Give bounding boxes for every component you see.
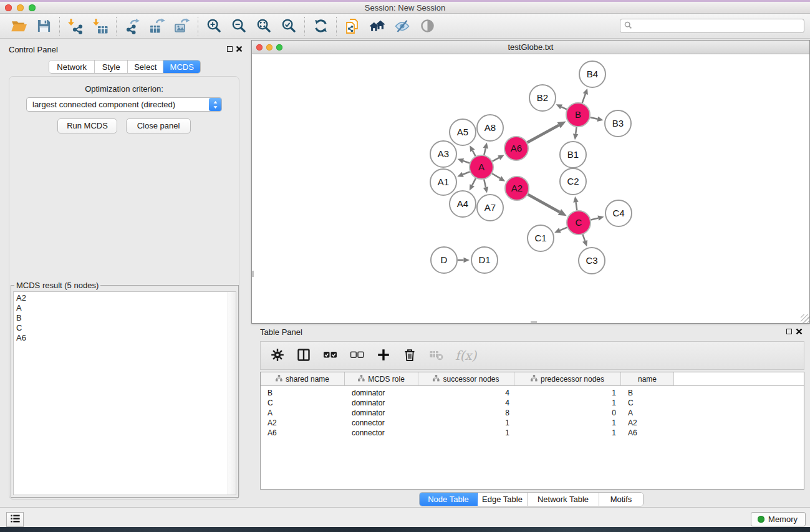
- edge-A-A3[interactable]: [463, 161, 470, 163]
- task-history-button[interactable]: [6, 512, 24, 527]
- table-cell[interactable]: dominator: [345, 398, 418, 408]
- mcds-result-item[interactable]: A2: [16, 293, 236, 303]
- settings-gear-button[interactable]: [270, 346, 285, 365]
- table-cell[interactable]: A6: [621, 428, 674, 438]
- table-row[interactable]: Cdominator41C: [261, 398, 804, 408]
- zoom-selected-button[interactable]: [276, 16, 301, 37]
- edge-A-A4[interactable]: [472, 178, 476, 185]
- import-table-button[interactable]: [88, 16, 113, 37]
- window-title-bar[interactable]: Session: New Session: [0, 2, 810, 14]
- table-cell[interactable]: 0: [514, 408, 621, 418]
- zoom-fit-button[interactable]: [251, 16, 276, 37]
- export-network-button[interactable]: [120, 16, 145, 37]
- edge-A-A1[interactable]: [463, 172, 470, 174]
- mcds-result-item[interactable]: A: [16, 303, 236, 313]
- network-graph[interactable]: B4B2BB3A5A8A6A3AA1B1C2A2A4A7CC4C1C3DD1: [252, 54, 809, 323]
- float-panel-icon[interactable]: [786, 329, 792, 334]
- table-cell[interactable]: 1: [418, 418, 514, 428]
- column-header-predecessor-nodes[interactable]: predecessor nodes: [514, 372, 621, 386]
- edge-A-A2[interactable]: [492, 173, 500, 178]
- search-field[interactable]: [620, 19, 804, 33]
- tab-edge-table[interactable]: Edge Table: [478, 493, 528, 506]
- column-header-MCDS-role[interactable]: MCDS role: [345, 372, 418, 386]
- deselect-all-checks-button[interactable]: [349, 346, 365, 365]
- table-cell[interactable]: A: [621, 408, 674, 418]
- edge-A-A5[interactable]: [473, 151, 476, 157]
- tab-style[interactable]: Style: [95, 60, 128, 73]
- edge-A6-B[interactable]: [528, 125, 559, 143]
- edge-B-B3[interactable]: [591, 117, 598, 119]
- table-cell[interactable]: dominator: [345, 388, 418, 398]
- edge-C-C2[interactable]: [576, 202, 577, 210]
- edge-A-A7[interactable]: [484, 180, 486, 188]
- table-cell[interactable]: 4: [418, 398, 514, 408]
- open-file-button[interactable]: [6, 16, 31, 37]
- table-row[interactable]: Adominator80A: [261, 408, 804, 418]
- select-all-checks-button[interactable]: [322, 346, 338, 365]
- search-input[interactable]: [635, 20, 804, 32]
- float-panel-icon[interactable]: [227, 46, 233, 52]
- edge-C-C4[interactable]: [591, 218, 598, 220]
- edge-A-A6[interactable]: [493, 158, 499, 162]
- edge-B-B1[interactable]: [576, 127, 576, 134]
- delete-rows-button[interactable]: [402, 346, 417, 365]
- table-cell[interactable]: C: [261, 398, 345, 408]
- function-builder-button[interactable]: f(x): [455, 346, 476, 365]
- table-row[interactable]: A6connector11A6: [261, 428, 804, 438]
- show-all-button[interactable]: [415, 16, 440, 37]
- edge-C-C1[interactable]: [560, 228, 567, 231]
- tab-network[interactable]: Network: [49, 60, 95, 73]
- zoom-in-button[interactable]: [201, 16, 226, 37]
- first-neighbors-button[interactable]: [365, 16, 390, 37]
- clear-table-button[interactable]: [428, 346, 444, 365]
- table-cell[interactable]: A2: [621, 418, 674, 428]
- column-header-successor-nodes[interactable]: successor nodes: [418, 372, 514, 386]
- table-cell[interactable]: 1: [514, 388, 621, 398]
- tab-node-table[interactable]: Node Table: [420, 493, 478, 506]
- mcds-result-item[interactable]: A6: [16, 333, 236, 343]
- table-cell[interactable]: C: [621, 398, 674, 408]
- table-row[interactable]: A2connector11A2: [261, 418, 804, 428]
- import-network-button[interactable]: [63, 16, 88, 37]
- table-cell[interactable]: 8: [418, 408, 514, 418]
- table-cell[interactable]: 1: [514, 418, 621, 428]
- table-cell[interactable]: connector: [345, 428, 418, 438]
- edge-A2-C[interactable]: [528, 195, 559, 212]
- close-panel-button[interactable]: Close panel: [126, 118, 191, 133]
- table-cell[interactable]: A2: [261, 418, 345, 428]
- mcds-result-item[interactable]: C: [16, 323, 236, 333]
- network-canvas[interactable]: B4B2BB3A5A8A6A3AA1B1C2A2A4A7CC4C1C3DD1: [252, 54, 809, 323]
- mcds-result-item[interactable]: B: [16, 313, 236, 323]
- toggle-panel-button[interactable]: [296, 346, 311, 365]
- criterion-select[interactable]: largest connected component (directed): [26, 97, 222, 112]
- export-table-button[interactable]: [145, 16, 170, 37]
- run-mcds-button[interactable]: Run MCDS: [57, 118, 117, 133]
- table-cell[interactable]: A6: [261, 428, 345, 438]
- edge-C-C3[interactable]: [583, 235, 586, 241]
- close-panel-icon[interactable]: [236, 46, 243, 52]
- table-cell[interactable]: B: [621, 388, 674, 398]
- save-session-button[interactable]: [31, 16, 56, 37]
- add-column-button[interactable]: [376, 346, 391, 365]
- zoom-out-button[interactable]: [226, 16, 251, 37]
- close-panel-icon[interactable]: [796, 328, 803, 335]
- column-header-name[interactable]: name: [621, 372, 674, 386]
- tab-network-table[interactable]: Network Table: [528, 493, 599, 506]
- table-cell[interactable]: 1: [418, 428, 514, 438]
- tab-mcds[interactable]: MCDS: [163, 60, 200, 73]
- table-cell[interactable]: A: [261, 408, 345, 418]
- resize-grip-icon[interactable]: [801, 314, 809, 323]
- tab-motifs[interactable]: Motifs: [599, 493, 643, 506]
- edge-A-A8[interactable]: [484, 148, 485, 155]
- table-cell[interactable]: connector: [345, 418, 418, 428]
- table-cell[interactable]: 1: [514, 398, 621, 408]
- tab-select[interactable]: Select: [128, 60, 164, 73]
- table-cell[interactable]: 4: [418, 388, 514, 398]
- table-row[interactable]: Bdominator41B: [261, 388, 804, 398]
- table-cell[interactable]: dominator: [345, 408, 418, 418]
- scrollbar-track[interactable]: [228, 292, 236, 495]
- clone-network-button[interactable]: [340, 16, 365, 37]
- apply-layout-button[interactable]: [308, 16, 333, 37]
- memory-button[interactable]: Memory: [751, 512, 806, 526]
- network-window-title-bar[interactable]: testGlobe.txt: [252, 41, 809, 54]
